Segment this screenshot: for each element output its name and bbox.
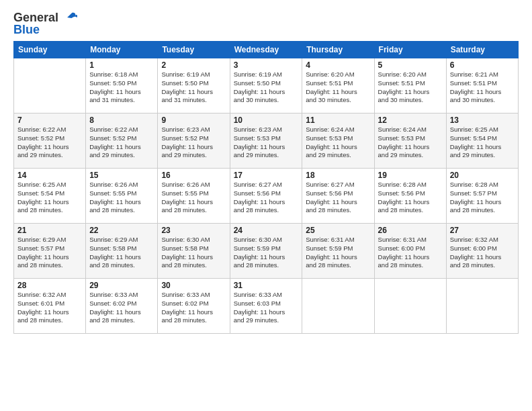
calendar-cell: 8Sunrise: 6:22 AM Sunset: 5:52 PM Daylig… xyxy=(86,113,158,169)
day-info: Sunrise: 6:29 AM Sunset: 5:57 PM Dayligh… xyxy=(17,236,82,270)
calendar-cell: 30Sunrise: 6:33 AM Sunset: 6:02 PM Dayli… xyxy=(158,279,230,334)
day-number: 28 xyxy=(17,281,82,290)
day-info: Sunrise: 6:23 AM Sunset: 5:53 PM Dayligh… xyxy=(234,126,299,160)
day-number: 17 xyxy=(234,171,299,180)
calendar-cell: 2Sunrise: 6:19 AM Sunset: 5:50 PM Daylig… xyxy=(158,58,230,113)
day-info: Sunrise: 6:33 AM Sunset: 6:02 PM Dayligh… xyxy=(161,291,226,325)
calendar-week-row: 28Sunrise: 6:32 AM Sunset: 6:01 PM Dayli… xyxy=(14,279,519,334)
day-info: Sunrise: 6:18 AM Sunset: 5:50 PM Dayligh… xyxy=(89,71,154,105)
calendar-cell xyxy=(374,279,446,334)
day-number: 12 xyxy=(378,116,443,125)
logo: GeneralBlue xyxy=(13,11,77,37)
calendar-cell: 29Sunrise: 6:33 AM Sunset: 6:02 PM Dayli… xyxy=(86,279,158,334)
calendar-col-header: Saturday xyxy=(446,42,518,58)
day-info: Sunrise: 6:33 AM Sunset: 6:02 PM Dayligh… xyxy=(89,291,154,325)
calendar-cell: 5Sunrise: 6:20 AM Sunset: 5:51 PM Daylig… xyxy=(374,58,446,113)
day-info: Sunrise: 6:20 AM Sunset: 5:51 PM Dayligh… xyxy=(306,71,370,105)
day-info: Sunrise: 6:26 AM Sunset: 5:55 PM Dayligh… xyxy=(89,181,154,215)
day-number: 25 xyxy=(306,226,370,235)
day-number: 15 xyxy=(89,171,154,180)
day-number: 9 xyxy=(161,116,226,125)
calendar-cell xyxy=(14,58,86,113)
day-number: 22 xyxy=(89,226,154,235)
header: GeneralBlue xyxy=(13,11,519,37)
day-number: 11 xyxy=(306,116,370,125)
day-number: 21 xyxy=(17,226,82,235)
calendar-cell: 18Sunrise: 6:27 AM Sunset: 5:56 PM Dayli… xyxy=(302,169,374,224)
day-info: Sunrise: 6:28 AM Sunset: 5:57 PM Dayligh… xyxy=(450,181,515,215)
calendar-cell: 27Sunrise: 6:32 AM Sunset: 6:00 PM Dayli… xyxy=(446,224,518,279)
calendar-col-header: Friday xyxy=(374,42,446,58)
calendar-cell: 14Sunrise: 6:25 AM Sunset: 5:54 PM Dayli… xyxy=(14,169,86,224)
day-info: Sunrise: 6:24 AM Sunset: 5:53 PM Dayligh… xyxy=(378,126,443,160)
calendar-week-row: 14Sunrise: 6:25 AM Sunset: 5:54 PM Dayli… xyxy=(14,169,519,224)
day-number: 19 xyxy=(378,171,443,180)
day-info: Sunrise: 6:20 AM Sunset: 5:51 PM Dayligh… xyxy=(378,71,443,105)
day-info: Sunrise: 6:27 AM Sunset: 5:56 PM Dayligh… xyxy=(234,181,299,215)
day-number: 24 xyxy=(234,226,299,235)
calendar-cell: 13Sunrise: 6:25 AM Sunset: 5:54 PM Dayli… xyxy=(446,113,518,169)
calendar-cell: 3Sunrise: 6:19 AM Sunset: 5:50 PM Daylig… xyxy=(230,58,302,113)
calendar-week-row: 1Sunrise: 6:18 AM Sunset: 5:50 PM Daylig… xyxy=(14,58,519,113)
day-number: 10 xyxy=(234,116,299,125)
day-number: 20 xyxy=(450,171,515,180)
day-number: 13 xyxy=(450,116,515,125)
calendar-cell: 7Sunrise: 6:22 AM Sunset: 5:52 PM Daylig… xyxy=(14,113,86,169)
calendar-cell: 12Sunrise: 6:24 AM Sunset: 5:53 PM Dayli… xyxy=(374,113,446,169)
day-info: Sunrise: 6:19 AM Sunset: 5:50 PM Dayligh… xyxy=(234,71,299,105)
day-info: Sunrise: 6:33 AM Sunset: 6:03 PM Dayligh… xyxy=(234,291,299,325)
calendar-cell: 10Sunrise: 6:23 AM Sunset: 5:53 PM Dayli… xyxy=(230,113,302,169)
calendar-col-header: Tuesday xyxy=(158,42,230,58)
day-number: 18 xyxy=(306,171,370,180)
calendar-cell xyxy=(446,279,518,334)
day-number: 30 xyxy=(161,281,226,290)
calendar-cell: 17Sunrise: 6:27 AM Sunset: 5:56 PM Dayli… xyxy=(230,169,302,224)
logo-blue-text: Blue xyxy=(13,23,40,37)
day-number: 31 xyxy=(234,281,299,290)
day-info: Sunrise: 6:28 AM Sunset: 5:56 PM Dayligh… xyxy=(378,181,443,215)
calendar-cell: 28Sunrise: 6:32 AM Sunset: 6:01 PM Dayli… xyxy=(14,279,86,334)
calendar-table: SundayMondayTuesdayWednesdayThursdayFrid… xyxy=(13,41,519,334)
calendar-cell: 16Sunrise: 6:26 AM Sunset: 5:55 PM Dayli… xyxy=(158,169,230,224)
day-info: Sunrise: 6:30 AM Sunset: 5:58 PM Dayligh… xyxy=(161,236,226,270)
day-number: 27 xyxy=(450,226,515,235)
day-info: Sunrise: 6:25 AM Sunset: 5:54 PM Dayligh… xyxy=(450,126,515,160)
day-info: Sunrise: 6:32 AM Sunset: 6:01 PM Dayligh… xyxy=(17,291,82,325)
day-number: 16 xyxy=(161,171,226,180)
day-info: Sunrise: 6:31 AM Sunset: 5:59 PM Dayligh… xyxy=(306,236,370,270)
calendar-cell: 4Sunrise: 6:20 AM Sunset: 5:51 PM Daylig… xyxy=(302,58,374,113)
day-number: 26 xyxy=(378,226,443,235)
day-info: Sunrise: 6:19 AM Sunset: 5:50 PM Dayligh… xyxy=(161,71,226,105)
day-info: Sunrise: 6:32 AM Sunset: 6:00 PM Dayligh… xyxy=(450,236,515,270)
day-info: Sunrise: 6:29 AM Sunset: 5:58 PM Dayligh… xyxy=(89,236,154,270)
calendar-cell: 21Sunrise: 6:29 AM Sunset: 5:57 PM Dayli… xyxy=(14,224,86,279)
calendar-cell: 19Sunrise: 6:28 AM Sunset: 5:56 PM Dayli… xyxy=(374,169,446,224)
day-info: Sunrise: 6:26 AM Sunset: 5:55 PM Dayligh… xyxy=(161,181,226,215)
calendar-week-row: 21Sunrise: 6:29 AM Sunset: 5:57 PM Dayli… xyxy=(14,224,519,279)
day-info: Sunrise: 6:22 AM Sunset: 5:52 PM Dayligh… xyxy=(89,126,154,160)
day-number: 7 xyxy=(17,116,82,125)
day-number: 3 xyxy=(234,60,299,70)
calendar-cell: 31Sunrise: 6:33 AM Sunset: 6:03 PM Dayli… xyxy=(230,279,302,334)
page: GeneralBlue SundayMondayTuesdayWednesday… xyxy=(0,0,532,411)
calendar-col-header: Monday xyxy=(86,42,158,58)
calendar-cell: 26Sunrise: 6:31 AM Sunset: 6:00 PM Dayli… xyxy=(374,224,446,279)
calendar-col-header: Wednesday xyxy=(230,42,302,58)
calendar-cell: 25Sunrise: 6:31 AM Sunset: 5:59 PM Dayli… xyxy=(302,224,374,279)
day-info: Sunrise: 6:31 AM Sunset: 6:00 PM Dayligh… xyxy=(378,236,443,270)
day-number: 4 xyxy=(306,60,370,70)
calendar-week-row: 7Sunrise: 6:22 AM Sunset: 5:52 PM Daylig… xyxy=(14,113,519,169)
calendar-cell: 11Sunrise: 6:24 AM Sunset: 5:53 PM Dayli… xyxy=(302,113,374,169)
day-info: Sunrise: 6:22 AM Sunset: 5:52 PM Dayligh… xyxy=(17,126,82,160)
day-number: 1 xyxy=(89,60,154,70)
calendar-cell: 6Sunrise: 6:21 AM Sunset: 5:51 PM Daylig… xyxy=(446,58,518,113)
calendar-header-row: SundayMondayTuesdayWednesdayThursdayFrid… xyxy=(14,42,519,58)
calendar-cell: 9Sunrise: 6:23 AM Sunset: 5:52 PM Daylig… xyxy=(158,113,230,169)
day-number: 14 xyxy=(17,171,82,180)
day-info: Sunrise: 6:30 AM Sunset: 5:59 PM Dayligh… xyxy=(234,236,299,270)
calendar-cell xyxy=(302,279,374,334)
day-info: Sunrise: 6:21 AM Sunset: 5:51 PM Dayligh… xyxy=(450,71,515,105)
calendar-cell: 20Sunrise: 6:28 AM Sunset: 5:57 PM Dayli… xyxy=(446,169,518,224)
calendar-cell: 24Sunrise: 6:30 AM Sunset: 5:59 PM Dayli… xyxy=(230,224,302,279)
calendar-col-header: Sunday xyxy=(14,42,86,58)
